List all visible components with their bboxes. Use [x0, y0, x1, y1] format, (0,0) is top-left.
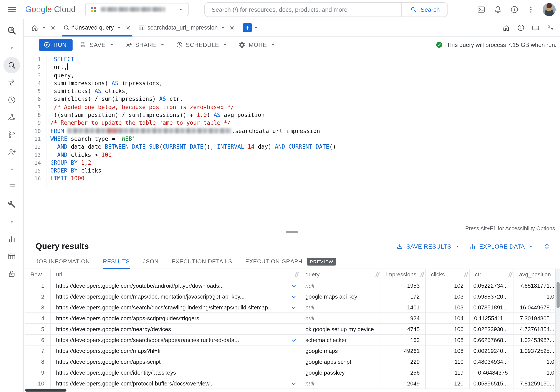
tab-home[interactable]	[27, 19, 60, 36]
expand-row-chevron[interactable]	[290, 380, 298, 387]
more-button[interactable]: MORE	[235, 38, 280, 51]
more-options-button[interactable]	[523, 2, 538, 17]
row-number-cell: 8	[25, 356, 50, 367]
tab-execution-graph[interactable]: EXECUTION GRAPH PREVIEW	[245, 254, 336, 269]
tab-searchdata-url-impression[interactable]: searchdata_url_impression	[135, 19, 239, 36]
sidebar-item-scheduled-queries[interactable]	[3, 92, 20, 108]
column-header-clicks[interactable]: clicks	[425, 269, 469, 280]
sidebar-item-analytics-hub[interactable]	[3, 109, 20, 126]
column-resize-handle[interactable]	[295, 272, 299, 277]
column-header-impressions[interactable]: impressions	[380, 269, 425, 280]
horizontal-scrollbar[interactable]	[25, 389, 555, 392]
datasets-icon	[7, 252, 16, 261]
url-value: https://developers.google.com/youtube/an…	[56, 282, 224, 289]
home-icon	[31, 24, 39, 31]
chevron-down-icon[interactable]	[41, 25, 47, 31]
column-header-url[interactable]: url	[50, 269, 300, 280]
save-button[interactable]: SAVE	[76, 38, 118, 51]
close-icon[interactable]	[50, 25, 56, 31]
sidebar-item-bi-engine[interactable]	[3, 231, 20, 247]
share-button[interactable]: SHARE	[122, 38, 169, 51]
tab-execution-details[interactable]: EXECUTION DETAILS	[172, 254, 232, 269]
table-row: 3https://developers.google.com/search/do…	[25, 302, 560, 313]
tab-bar-right-actions	[499, 21, 560, 35]
avg-position-cell: 16.0449678...	[513, 302, 560, 313]
expand-row-chevron[interactable]	[290, 293, 298, 301]
bigquery-logo[interactable]	[3, 22, 20, 39]
shortcuts-button[interactable]	[529, 21, 543, 35]
scrollbar-thumb[interactable]	[556, 282, 559, 308]
schedule-button[interactable]: SCHEDULE	[172, 38, 231, 51]
chevron-down-icon[interactable]	[253, 25, 259, 31]
save-results-button[interactable]: SAVE RESULTS	[394, 240, 463, 253]
notifications-button[interactable]	[490, 2, 505, 17]
column-resize-handle[interactable]	[508, 272, 512, 277]
sidebar-item-reservations[interactable]	[3, 179, 20, 195]
vertical-scrollbar[interactable]	[555, 269, 560, 392]
logo-google: Google	[25, 5, 52, 14]
line-number: 8	[24, 111, 46, 119]
sidebar-item-sql-workspace[interactable]	[3, 57, 20, 73]
go-home-button[interactable]	[499, 21, 513, 35]
tab-job-information[interactable]: JOB INFORMATION	[36, 254, 90, 269]
search-button[interactable]: Search	[402, 2, 448, 17]
url-cell: https://developers.google.com/search/doc…	[50, 302, 300, 313]
table-row: 8https://developers.google.com/apps-scri…	[25, 356, 560, 367]
sql-editor[interactable]: 1 SELECT2 url,3 query,4 sum(impressions)…	[24, 53, 560, 235]
explore-data-button[interactable]: EXPLORE DATA	[467, 240, 537, 253]
editor-tab-bar: *Unsaved query searchdata_url_impression	[24, 19, 560, 37]
global-search: Search	[204, 2, 448, 17]
bigquery-logo-icon	[7, 26, 17, 35]
expand-row-chevron[interactable]	[290, 336, 298, 344]
column-resize-handle[interactable]	[375, 272, 379, 277]
chevron-down-icon	[454, 243, 460, 250]
sidebar-item-datasets[interactable]	[3, 248, 20, 265]
ctr-cell: 0.11255411...	[469, 313, 513, 324]
expand-results-button[interactable]	[540, 240, 554, 253]
search-input[interactable]	[204, 2, 402, 17]
sidebar-item-data-transfers[interactable]	[3, 74, 20, 91]
row-number-cell: 5	[25, 324, 50, 335]
scrollbar-thumb[interactable]	[25, 389, 67, 392]
info-button[interactable]	[514, 21, 528, 35]
row-number-cell: 1	[25, 280, 50, 291]
help-button[interactable]	[507, 2, 522, 17]
expand-row-chevron[interactable]	[290, 303, 298, 312]
run-button[interactable]: RUN	[39, 39, 73, 51]
cloud-shell-button[interactable]	[474, 2, 489, 17]
chart-icon	[469, 243, 476, 250]
sidebar-item-governance[interactable]	[3, 266, 20, 282]
chevron-down-icon[interactable]	[116, 25, 122, 31]
sidebar-item-sharing[interactable]	[3, 144, 20, 160]
column-header-query[interactable]: query	[300, 269, 380, 280]
column-header-avg-position[interactable]: avg_position	[513, 269, 560, 280]
column-header-row[interactable]: Row	[25, 269, 50, 280]
query-cell: google passkey	[300, 367, 380, 378]
column-resize-handle[interactable]	[464, 272, 468, 277]
chevron-down-icon[interactable]	[220, 25, 226, 31]
close-icon[interactable]	[229, 25, 235, 31]
tab-label: *Unsaved query	[72, 24, 114, 31]
column-resize-handle[interactable]	[420, 272, 424, 277]
tab-unsaved-query[interactable]: *Unsaved query	[60, 19, 135, 36]
add-tab-button[interactable]	[243, 23, 252, 32]
menu-button[interactable]	[4, 2, 19, 17]
column-header-ctr[interactable]: ctr	[469, 269, 513, 280]
panel-resize-handle[interactable]	[286, 231, 298, 233]
ctr-cell: 0.05222734...	[469, 280, 513, 291]
data-transfers-icon	[7, 78, 16, 87]
tab-json[interactable]: JSON	[143, 254, 159, 269]
chevron-down-icon	[270, 42, 276, 48]
collapse-button[interactable]	[543, 21, 557, 35]
avatar[interactable]	[543, 3, 556, 16]
expand-row-chevron[interactable]	[290, 282, 298, 290]
help-icon	[510, 5, 519, 14]
sidebar-item-dataform[interactable]	[3, 126, 20, 143]
table-row: 1https://developers.google.com/youtube/a…	[25, 280, 560, 291]
close-icon[interactable]	[125, 25, 131, 31]
chevron-down-icon	[222, 42, 228, 48]
sidebar-item-admin[interactable]	[3, 196, 20, 212]
avg-position-cell: 7.81259150...	[513, 378, 560, 389]
tab-results[interactable]: RESULTS	[103, 254, 130, 269]
project-selector[interactable]	[85, 3, 189, 16]
